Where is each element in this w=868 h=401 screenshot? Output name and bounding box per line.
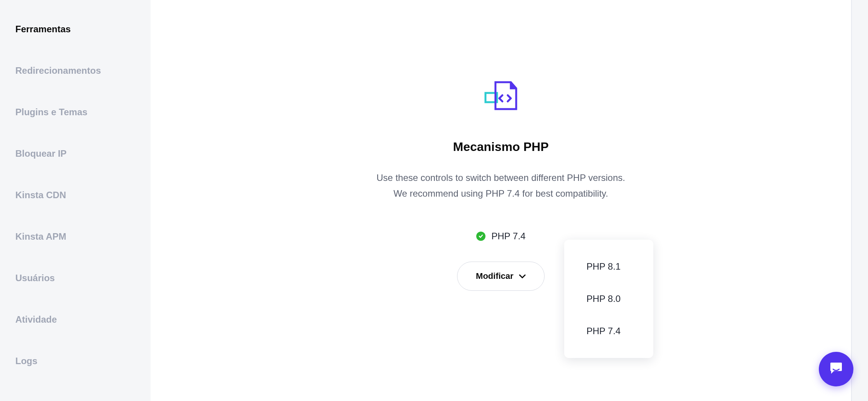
sidebar-item-logs[interactable]: Logs [15,347,150,375]
sidebar-item-bloquear-ip[interactable]: Bloquear IP [15,140,150,167]
code-file-icon [355,81,647,113]
sidebar-item-label: Kinsta CDN [15,190,66,200]
chat-button[interactable] [819,352,853,386]
modify-button-label: Modificar [476,271,514,281]
dropdown-item-label: PHP 7.4 [586,326,621,336]
sidebar-item-label: Logs [15,356,37,366]
sidebar-item-atividade[interactable]: Atividade [15,306,150,333]
dropdown-item-php81[interactable]: PHP 8.1 [564,250,653,283]
dropdown-item-label: PHP 8.0 [586,293,621,304]
chat-icon [828,360,844,378]
sidebar-item-kinsta-cdn[interactable]: Kinsta CDN [15,181,150,209]
sidebar-item-label: Kinsta APM [15,231,66,242]
sidebar-item-label: Atividade [15,314,57,325]
sidebar-item-redirecionamentos[interactable]: Redirecionamentos [15,57,150,85]
php-status-label: PHP 7.4 [492,231,526,242]
chevron-down-icon [519,271,526,281]
sidebar-item-label: Plugins e Temas [15,107,88,117]
sidebar-item-label: Usuários [15,273,55,283]
sidebar-item-label: Redirecionamentos [15,65,101,76]
sidebar-item-label: Ferramentas [15,24,71,34]
sidebar: Ferramentas Redirecionamentos Plugins e … [0,0,150,401]
check-circle-icon [476,232,485,241]
main-content: Mecanismo PHP Use these controls to swit… [151,0,852,401]
sidebar-item-ferramentas[interactable]: Ferramentas [15,15,150,43]
sidebar-item-usuarios[interactable]: Usuários [15,264,150,292]
dropdown-item-label: PHP 8.1 [586,261,621,272]
dropdown-item-php74[interactable]: PHP 7.4 [564,315,653,347]
card-description: Use these controls to switch between dif… [370,170,631,202]
php-version-dropdown: PHP 8.1 PHP 8.0 PHP 7.4 [564,240,653,358]
card-title: Mecanismo PHP [355,140,647,154]
dropdown-item-php80[interactable]: PHP 8.0 [564,283,653,315]
sidebar-item-kinsta-apm[interactable]: Kinsta APM [15,223,150,250]
modify-button[interactable]: Modificar [457,262,545,291]
sidebar-item-plugins-temas[interactable]: Plugins e Temas [15,98,150,126]
sidebar-item-label: Bloquear IP [15,148,66,159]
